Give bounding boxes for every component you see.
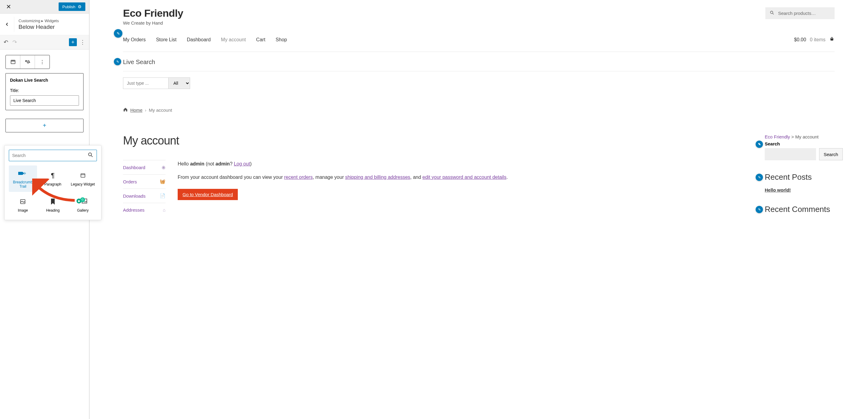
nav-my-account[interactable]: My account xyxy=(221,37,246,42)
breadcrumb-icon xyxy=(18,170,27,177)
account-content: Hello admin (not admin? Log out) From yo… xyxy=(178,160,749,217)
addresses-link[interactable]: shipping and billing addresses xyxy=(345,174,410,180)
widget-title-input[interactable] xyxy=(10,95,79,106)
home-icon xyxy=(123,107,128,113)
breadcrumb-row: Customizing ▸ Widgets Below Header xyxy=(0,14,89,35)
account-nav: Dashboard ◉ Orders 🧺 Downloads 📄 xyxy=(123,160,165,217)
widget-block[interactable]: Dokan Live Search Title: xyxy=(5,73,84,110)
publish-label: Publish xyxy=(62,5,75,9)
page-title: My account xyxy=(123,134,749,147)
main-nav: ✎ My Orders Store List Dashboard My acco… xyxy=(123,36,835,43)
block-legacy-widget[interactable]: Legacy Widget xyxy=(69,165,97,192)
search-placeholder: Search products… xyxy=(778,11,816,16)
close-button[interactable]: ✕ xyxy=(4,1,14,13)
site-tagline: We Create by Hand xyxy=(123,20,183,26)
preview-pane: Eco Friendly We Create by Hand Search pr… xyxy=(89,0,868,419)
nav-store-list[interactable]: Store List xyxy=(156,37,177,42)
back-button[interactable] xyxy=(4,17,14,32)
acct-nav-dashboard[interactable]: Dashboard ◉ xyxy=(123,160,165,174)
pilcrow-icon: ¶ xyxy=(51,172,55,179)
cart-link[interactable]: $0.00 0 items xyxy=(794,36,835,43)
undo-button[interactable]: ↶ xyxy=(4,39,8,45)
breadcrumb-text: Customizing ▸ Widgets xyxy=(19,19,59,23)
content-row: My account Dashboard ◉ Orders 🧺 xyxy=(123,134,835,217)
edit-shortcut-icon[interactable]: ✎ xyxy=(114,29,122,38)
calendar-icon xyxy=(80,172,86,179)
nav-dashboard[interactable]: Dashboard xyxy=(187,37,211,42)
block-grid: Breadcrumb Trail ¶ Paragraph Legacy Widg… xyxy=(9,165,97,216)
widget-title-label: Title: xyxy=(10,88,79,93)
search-icon xyxy=(770,10,774,16)
block-heading[interactable]: Heading xyxy=(39,194,67,216)
live-search-category[interactable]: All xyxy=(168,77,190,89)
block-image[interactable]: Image xyxy=(9,194,37,216)
file-icon: 📄 xyxy=(160,193,165,199)
customizer-sidebar: ✕ Publish ⚙ Customizing ▸ Widgets Below … xyxy=(0,0,89,419)
nav-shop[interactable]: Shop xyxy=(276,37,287,42)
block-gallery[interactable]: ◆ G Gallery xyxy=(69,194,97,216)
svg-marker-9 xyxy=(24,172,26,175)
acct-nav-orders[interactable]: Orders 🧺 xyxy=(123,174,165,189)
acct-nav-downloads[interactable]: Downloads 📄 xyxy=(123,189,165,203)
breadcrumb-title: Below Header xyxy=(19,24,59,30)
aside-search-label: ✎ Search xyxy=(765,141,835,146)
publish-button[interactable]: Publish ⚙ xyxy=(59,2,85,11)
more-button[interactable]: ⋮ xyxy=(80,39,85,45)
breadcrumb: Home › My account xyxy=(123,107,835,113)
recent-comments-heading: ✎ Recent Comments xyxy=(765,205,835,214)
aside-crumb-home[interactable]: Eco Friendly xyxy=(765,134,790,139)
nav-cart[interactable]: Cart xyxy=(256,37,265,42)
aside-breadcrumb: Eco Friendly > My account xyxy=(765,134,835,139)
cart-total: $0.00 xyxy=(794,37,806,42)
chevron-right-icon: › xyxy=(145,107,146,112)
sidebar-topbar: ✕ Publish ⚙ xyxy=(0,0,89,14)
block-options-button[interactable]: ⋮ xyxy=(35,55,50,69)
live-search-input[interactable] xyxy=(123,77,168,89)
bookmark-icon xyxy=(51,198,55,205)
recent-orders-link[interactable]: recent orders xyxy=(284,174,312,180)
image-icon xyxy=(20,198,26,205)
basket-icon: 🧺 xyxy=(160,179,165,184)
svg-point-15 xyxy=(771,11,773,14)
block-move-button[interactable] xyxy=(20,55,35,69)
block-breadcrumb-trail[interactable]: Breadcrumb Trail xyxy=(9,165,37,192)
inserter-search-input[interactable] xyxy=(12,153,88,158)
live-search-form: All xyxy=(123,77,835,89)
svg-rect-7 xyxy=(18,172,23,175)
live-search-heading: ✎ Live Search xyxy=(123,59,835,66)
block-paragraph[interactable]: ¶ Paragraph xyxy=(39,165,67,192)
edit-shortcut-icon[interactable]: ✎ xyxy=(756,174,763,181)
home-icon: ⌂ xyxy=(163,207,165,213)
widget-block-title: Dokan Live Search xyxy=(10,78,79,83)
edit-shortcut-icon[interactable]: ✎ xyxy=(756,140,763,148)
gallery-icon: ◆ G xyxy=(79,198,88,205)
site-title[interactable]: Eco Friendly xyxy=(123,7,183,19)
vendor-dashboard-button[interactable]: Go to Vendor Dashboard xyxy=(178,189,238,200)
search-icon xyxy=(88,152,94,159)
product-search[interactable]: Search products… xyxy=(765,7,835,19)
account-details-link[interactable]: edit your password and account details xyxy=(423,174,506,180)
add-block-button[interactable]: + xyxy=(5,119,84,132)
basket-icon xyxy=(829,36,835,43)
widget-area: ⋮ Dokan Live Search Title: + xyxy=(0,50,89,138)
recent-posts-heading: ✎ Recent Posts xyxy=(765,172,835,182)
gauge-icon: ◉ xyxy=(162,165,165,170)
recent-post-link[interactable]: Hello world! xyxy=(765,187,835,193)
edit-shortcut-icon[interactable]: ✎ xyxy=(114,58,121,65)
block-icon-button[interactable] xyxy=(6,55,20,69)
editor-toolbar: ↶ ↷ + ⋮ xyxy=(0,35,89,50)
gear-icon: ⚙ xyxy=(78,4,82,9)
svg-marker-8 xyxy=(23,172,24,175)
add-block-toolbar-button[interactable]: + xyxy=(69,38,77,46)
aside-search-input[interactable] xyxy=(765,148,816,160)
redo-button[interactable]: ↷ xyxy=(12,39,17,45)
nav-my-orders[interactable]: My Orders xyxy=(123,37,146,42)
edit-shortcut-icon[interactable]: ✎ xyxy=(756,206,763,213)
cart-items: 0 items xyxy=(810,37,826,42)
breadcrumb-home[interactable]: Home xyxy=(130,107,143,112)
acct-nav-addresses[interactable]: Addresses ⌂ xyxy=(123,203,165,217)
svg-rect-10 xyxy=(81,174,85,177)
logout-link[interactable]: Log out xyxy=(234,161,250,166)
aside-search-button[interactable]: Search xyxy=(819,148,843,160)
inserter-search[interactable] xyxy=(9,150,97,161)
